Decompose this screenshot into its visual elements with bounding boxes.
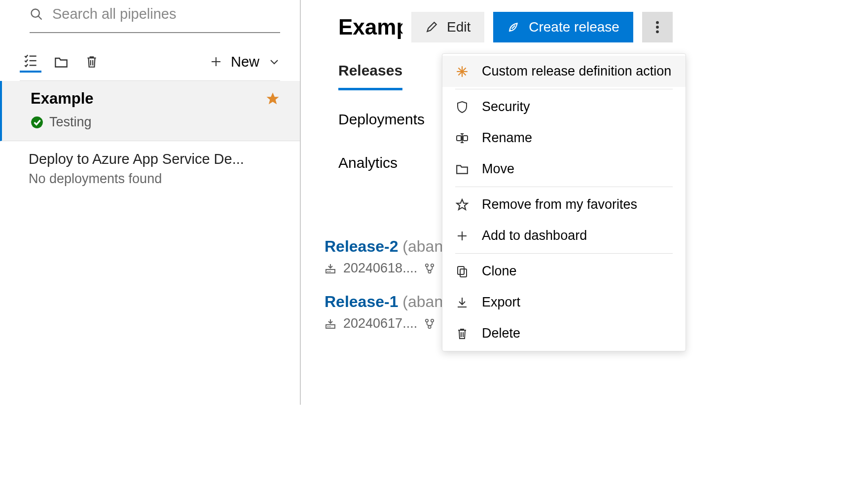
svg-point-22: [431, 319, 434, 322]
pencil-icon: [425, 21, 438, 34]
menu-divider: [455, 187, 673, 187]
menu-item-add-dashboard[interactable]: Add to dashboard: [442, 220, 686, 251]
download-icon: [455, 296, 469, 309]
svg-point-0: [32, 9, 39, 17]
menu-item-delete[interactable]: Delete: [442, 318, 686, 349]
menu-item-move[interactable]: Move: [442, 153, 686, 185]
plus-icon: [455, 230, 469, 242]
pipeline-item-deploy[interactable]: Deploy to Azure App Service De... No dep…: [0, 141, 300, 196]
more-vertical-icon: [655, 20, 659, 34]
copy-icon: [455, 265, 469, 278]
menu-label: Export: [482, 295, 520, 310]
svg-point-8: [31, 116, 43, 128]
header: Example Edit Create release: [311, 0, 705, 42]
search-input[interactable]: [52, 6, 280, 22]
svg-marker-7: [267, 93, 279, 105]
create-release-label: Create release: [529, 19, 619, 35]
pipeline-subtext: No deployments found: [29, 171, 280, 187]
tab-analytics[interactable]: Analytics: [338, 149, 398, 177]
rocket-icon: [507, 21, 520, 34]
folder-icon: [455, 164, 469, 175]
new-pipeline-button[interactable]: New: [210, 54, 280, 70]
svg-point-16: [431, 264, 434, 267]
trash-icon: [455, 327, 469, 340]
menu-label: Delete: [482, 326, 520, 341]
status-success-icon: [31, 116, 43, 129]
sidebar-panel: New Example Testing Deploy to Azure App …: [0, 0, 301, 405]
pipeline-status: Testing: [49, 115, 92, 130]
menu-item-rename[interactable]: Rename: [442, 122, 686, 153]
svg-rect-37: [460, 269, 467, 277]
menu-item-security[interactable]: Security: [442, 91, 686, 122]
svg-rect-29: [463, 136, 468, 141]
menu-item-export[interactable]: Export: [442, 287, 686, 318]
svg-rect-28: [457, 136, 461, 141]
branch-icon: [424, 263, 435, 274]
sparkle-icon: [455, 65, 469, 78]
pipeline-name: Deploy to Azure App Service De...: [29, 151, 280, 167]
build-icon: [325, 318, 336, 330]
svg-point-15: [426, 264, 429, 267]
menu-item-custom-action[interactable]: Custom release definition action: [442, 56, 686, 87]
release-name[interactable]: Release-2: [325, 237, 398, 255]
menu-label: Remove from my favorites: [482, 197, 637, 212]
star-outline-icon: [455, 198, 469, 211]
menu-label: Move: [482, 161, 514, 177]
svg-rect-36: [458, 267, 464, 274]
shield-icon: [455, 101, 469, 114]
sidebar-toolbar: New: [20, 51, 280, 81]
svg-marker-33: [457, 199, 468, 210]
edit-button[interactable]: Edit: [411, 12, 484, 42]
search-icon: [30, 7, 43, 21]
more-actions-button[interactable]: [642, 12, 673, 42]
build-icon: [325, 263, 336, 274]
list-view-button[interactable]: [20, 51, 41, 73]
menu-label: Security: [482, 99, 530, 115]
menu-item-clone[interactable]: Clone: [442, 256, 686, 287]
branch-icon: [424, 318, 435, 330]
search-row: [30, 6, 280, 33]
svg-line-1: [38, 16, 42, 19]
plus-icon: [210, 56, 222, 68]
menu-divider: [455, 89, 673, 89]
release-name[interactable]: Release-1: [325, 293, 398, 310]
create-release-button[interactable]: Create release: [493, 12, 633, 42]
more-actions-menu: Custom release definition action Securit…: [442, 53, 686, 351]
release-build: 20240618....: [343, 261, 417, 276]
folder-view-button[interactable]: [50, 51, 72, 73]
menu-label: Add to dashboard: [482, 228, 587, 243]
release-build: 20240617....: [343, 316, 417, 331]
svg-point-11: [656, 30, 659, 33]
recycle-bin-button[interactable]: [81, 51, 103, 73]
edit-label: Edit: [447, 19, 470, 35]
chevron-down-icon: [268, 56, 280, 68]
menu-divider: [455, 253, 673, 254]
svg-point-9: [656, 21, 659, 24]
menu-item-remove-favorite[interactable]: Remove from my favorites: [442, 189, 686, 220]
pipeline-item-example[interactable]: Example Testing: [0, 81, 300, 141]
menu-label: Rename: [482, 130, 532, 146]
page-title: Example: [338, 15, 402, 39]
rename-icon: [455, 132, 469, 144]
svg-point-21: [426, 319, 429, 322]
menu-label: Clone: [482, 264, 517, 279]
svg-point-10: [656, 26, 659, 29]
menu-label: Custom release definition action: [482, 64, 671, 79]
tab-releases[interactable]: Releases: [338, 56, 402, 90]
new-label: New: [231, 54, 259, 70]
tab-deployments[interactable]: Deployments: [338, 105, 425, 134]
pipeline-name: Example: [31, 90, 94, 108]
star-filled-icon[interactable]: [265, 91, 280, 106]
